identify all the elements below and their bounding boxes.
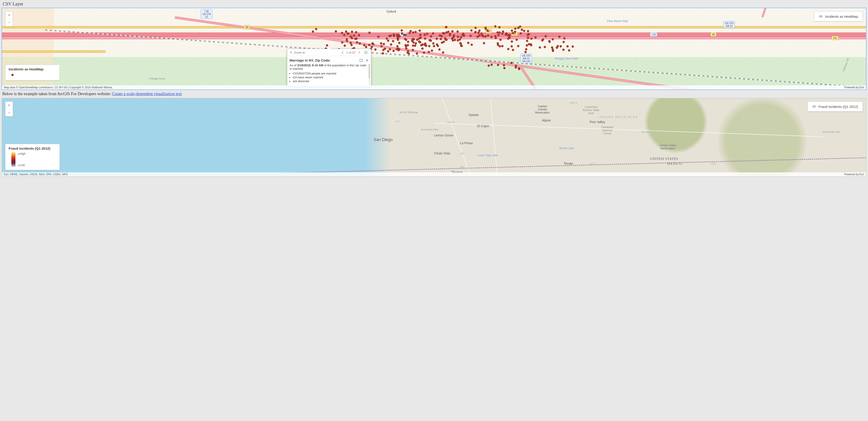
- attribution-left: Map data © OpenStreetMap contributors, C…: [4, 86, 113, 89]
- park-label: Cuyamaca Rancho State Park: [581, 105, 601, 115]
- elev-label: 125: [460, 152, 464, 155]
- poi-label: MCAS Miramar: [400, 111, 418, 114]
- attribution-right: Powered by Esri: [844, 86, 864, 89]
- layer-toggle-label: Fraud incidents (Q1 2012): [818, 105, 858, 108]
- page-title: CSV Layer: [3, 1, 866, 7]
- zoom-out-button[interactable]: −: [5, 19, 13, 26]
- popup-zoom-to[interactable]: Zoom to: [289, 51, 305, 54]
- city-label: El Cajon: [477, 124, 489, 128]
- example-link[interactable]: Create a scale-dependent visualization t…: [112, 92, 182, 96]
- popup-scrollbar[interactable]: [369, 64, 370, 85]
- road-shield: 88: [244, 25, 250, 29]
- road-label: Kumeyaay Hwy: [641, 130, 659, 133]
- range-label: LAGUNA MOUNTAINS: [598, 116, 639, 118]
- eye-icon: [812, 104, 816, 108]
- map-fraud-incidents[interactable]: San Diego Tijuana Chula Vista La Presa E…: [2, 98, 866, 177]
- road-shield: US 278 GA 12 GA 142: [520, 54, 532, 63]
- city-label: San Diego: [374, 137, 393, 142]
- road-shield: I 20 US 278 12: [201, 9, 212, 19]
- popup-close-button[interactable]: [365, 59, 369, 62]
- legend: Fraud incidents (Q1 2012) ◀High ◀Low: [5, 144, 60, 170]
- layer-toggle-label: Incidents as HeatMap: [825, 14, 858, 19]
- popup-title: Marriage in NY, Zip Code:: [289, 58, 331, 62]
- reservation-label: Capitan Grande Reservation: [533, 105, 551, 114]
- city-label: Lemon Grove: [434, 133, 453, 137]
- chevron-right-icon: [358, 51, 361, 54]
- map-csv-layer[interactable]: I 20 US 278 12 I 20 I 20 US 278 GA 12 US…: [2, 8, 866, 90]
- water-label: Barrett Lake: [559, 147, 574, 150]
- terrain-basemap: [2, 98, 866, 176]
- popup-dock-button[interactable]: [360, 59, 363, 62]
- chevron-left-icon: [342, 51, 344, 54]
- city-label: Santee: [468, 113, 478, 117]
- poi-label-airstrip: Cline Ranch Strip: [607, 20, 628, 23]
- feature-popup: Zoom to 1 of 37: [287, 49, 371, 86]
- reservation-label: Campo Indian Reservation: [659, 144, 677, 150]
- road-shield: 101: [831, 36, 839, 40]
- poi-label-airport: Morgan Farm Field: [555, 57, 578, 60]
- country-label: UNITED STATES: [650, 157, 678, 161]
- elev-label: 805: [460, 166, 464, 168]
- water-label: Lower Otay Lake: [477, 154, 498, 157]
- road-shield: US 278 GA 12: [723, 21, 735, 28]
- legend: Incidents as HeatMap: [5, 65, 60, 80]
- park-label: Cleveland National Forest: [598, 126, 616, 135]
- elev-label: 6500 ft: [569, 101, 577, 104]
- zoom-in-button[interactable]: +: [5, 102, 13, 109]
- elev-label: 1019: [590, 162, 595, 165]
- city-label: Alpine: [542, 119, 551, 122]
- elev-label: 1820 ft: [447, 121, 455, 124]
- city-label: Tecate: [564, 162, 573, 165]
- road-label: Kumeyaay Hwy: [421, 128, 438, 131]
- zoom-out-button[interactable]: −: [5, 109, 13, 116]
- close-icon: [365, 59, 369, 62]
- road-shield: 93: [512, 32, 518, 36]
- popup-actions-button[interactable]: [363, 51, 369, 55]
- hamburger-icon: [364, 51, 368, 54]
- zoom-control: + −: [5, 101, 13, 117]
- road-shield: I 20: [400, 32, 407, 37]
- country-label: MEXICO: [667, 162, 682, 166]
- city-label: La Presa: [460, 141, 473, 145]
- popup-prev-button[interactable]: [341, 51, 345, 54]
- magnifier-icon: [289, 51, 293, 54]
- road-shield: 92: [486, 29, 492, 33]
- legend-title: Incidents as HeatMap: [9, 67, 55, 71]
- popup-bullet-list: COVINGTON people are married GA have nev…: [293, 72, 369, 83]
- road-label: n Bridge Road: [149, 77, 165, 80]
- road-label: Kumeyaay Hwy: [823, 130, 840, 133]
- dock-icon: [360, 59, 363, 62]
- eye-icon: [819, 14, 823, 19]
- elev-label: 274: [395, 120, 399, 123]
- attribution-bar: Map data © OpenStreetMap contributors, C…: [2, 86, 866, 90]
- example-caption: Below is the example taken from ArcGIS F…: [2, 92, 866, 96]
- legend-low-label: Low: [20, 163, 25, 167]
- svg-line-2: [291, 53, 292, 54]
- popup-zoom-to-label: Zoom to: [294, 51, 305, 54]
- city-label-oxford: Oxford: [386, 10, 396, 13]
- zoom-control: + −: [5, 11, 13, 26]
- svg-point-0: [820, 16, 821, 17]
- road-shield: I 20: [650, 32, 657, 37]
- popup-bullet: GA have never married: [293, 76, 369, 79]
- city-label: Chula Vista: [434, 152, 450, 155]
- elev-label: 1030: [710, 162, 716, 165]
- legend-ramp-icon: [11, 152, 16, 167]
- city-label: Pine Valley: [590, 120, 605, 124]
- attribution-left: Esri, HERE, Garmin, USGS, NGA, EPA, USDA…: [4, 173, 68, 176]
- zoom-in-button[interactable]: +: [5, 11, 13, 19]
- legend-swatch-icon: [11, 74, 13, 76]
- popup-next-button[interactable]: [357, 51, 361, 54]
- svg-point-1: [290, 51, 292, 53]
- layer-toggle[interactable]: Incidents as HeatMap: [814, 11, 863, 21]
- layer-toggle[interactable]: Fraud incidents (Q1 2012): [807, 101, 863, 111]
- popup-bullet: are divorced: [293, 79, 369, 83]
- legend-title: Fraud incidents (Q1 2012): [9, 147, 55, 150]
- popup-asof: As of 2/19/2018, 8:15 AM of the populati…: [289, 64, 369, 70]
- attribution-bar: Esri, HERE, Garmin, USGS, NGA, EPA, USDA…: [2, 172, 866, 176]
- svg-rect-6: [360, 59, 363, 62]
- legend-high-label: High: [20, 152, 25, 155]
- svg-point-7: [814, 106, 815, 107]
- popup-bullet: COVINGTON people are married: [293, 72, 369, 75]
- osm-basemap: [2, 8, 866, 90]
